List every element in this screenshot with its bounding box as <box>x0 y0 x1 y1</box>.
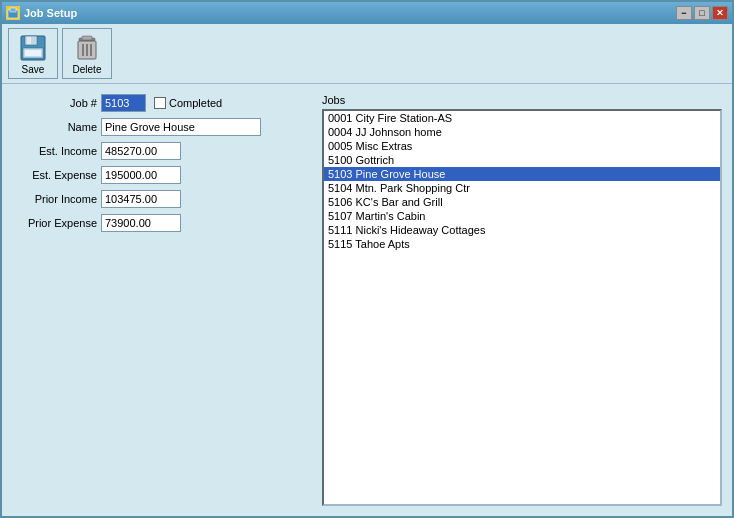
svg-rect-4 <box>27 37 31 44</box>
job-num-row: Job # Completed <box>12 94 312 112</box>
title-bar: Job Setup − □ ✕ <box>2 2 732 24</box>
completed-label: Completed <box>169 97 222 109</box>
job-list-item[interactable]: 0004 JJ Johnson home <box>324 125 720 139</box>
est-income-row: Est. Income <box>12 142 312 160</box>
prior-expense-input[interactable] <box>101 214 181 232</box>
job-list-item[interactable]: 5111 Nicki's Hideaway Cottages <box>324 223 720 237</box>
close-button[interactable]: ✕ <box>712 6 728 20</box>
job-list-item[interactable]: 0005 Misc Extras <box>324 139 720 153</box>
title-bar-left: Job Setup <box>6 6 77 20</box>
save-icon <box>17 32 49 64</box>
est-expense-label: Est. Expense <box>12 169 97 181</box>
prior-income-input[interactable] <box>101 190 181 208</box>
delete-label: Delete <box>73 64 102 75</box>
jobs-list[interactable]: 0001 City Fire Station-AS0004 JJ Johnson… <box>322 109 722 506</box>
svg-rect-1 <box>10 8 16 12</box>
job-list-item[interactable]: 5107 Martin's Cabin <box>324 209 720 223</box>
prior-expense-label: Prior Expense <box>12 217 97 229</box>
prior-income-row: Prior Income <box>12 190 312 208</box>
job-list-item[interactable]: 5103 Pine Grove House <box>324 167 720 181</box>
main-window: Job Setup − □ ✕ Save <box>0 0 734 518</box>
maximize-button[interactable]: □ <box>694 6 710 20</box>
title-buttons: − □ ✕ <box>676 6 728 20</box>
name-label: Name <box>12 121 97 133</box>
delete-button[interactable]: Delete <box>62 28 112 79</box>
prior-income-label: Prior Income <box>12 193 97 205</box>
content-area: Job # Completed Name Est. Income Est. Ex… <box>2 84 732 516</box>
completed-checkbox[interactable] <box>154 97 166 109</box>
toolbar: Save Delete <box>2 24 732 84</box>
est-expense-input[interactable] <box>101 166 181 184</box>
completed-area: Completed <box>154 97 222 109</box>
job-list-item[interactable]: 5106 KC's Bar and Grill <box>324 195 720 209</box>
prior-expense-row: Prior Expense <box>12 214 312 232</box>
save-button[interactable]: Save <box>8 28 58 79</box>
job-num-input[interactable] <box>101 94 146 112</box>
form-area: Job # Completed Name Est. Income Est. Ex… <box>12 94 312 506</box>
job-list-item[interactable]: 5100 Gottrich <box>324 153 720 167</box>
job-num-label: Job # <box>12 97 97 109</box>
jobs-panel: Jobs 0001 City Fire Station-AS0004 JJ Jo… <box>322 94 722 506</box>
est-expense-row: Est. Expense <box>12 166 312 184</box>
minimize-button[interactable]: − <box>676 6 692 20</box>
job-list-item[interactable]: 0001 City Fire Station-AS <box>324 111 720 125</box>
app-icon <box>6 6 20 20</box>
est-income-label: Est. Income <box>12 145 97 157</box>
est-income-input[interactable] <box>101 142 181 160</box>
window-title: Job Setup <box>24 7 77 19</box>
name-input[interactable] <box>101 118 261 136</box>
jobs-label: Jobs <box>322 94 722 106</box>
job-list-item[interactable]: 5104 Mtn. Park Shopping Ctr <box>324 181 720 195</box>
job-list-item[interactable]: 5115 Tahoe Apts <box>324 237 720 251</box>
name-row: Name <box>12 118 312 136</box>
delete-icon <box>71 32 103 64</box>
svg-rect-8 <box>82 36 92 40</box>
svg-rect-6 <box>25 50 41 56</box>
save-label: Save <box>22 64 45 75</box>
